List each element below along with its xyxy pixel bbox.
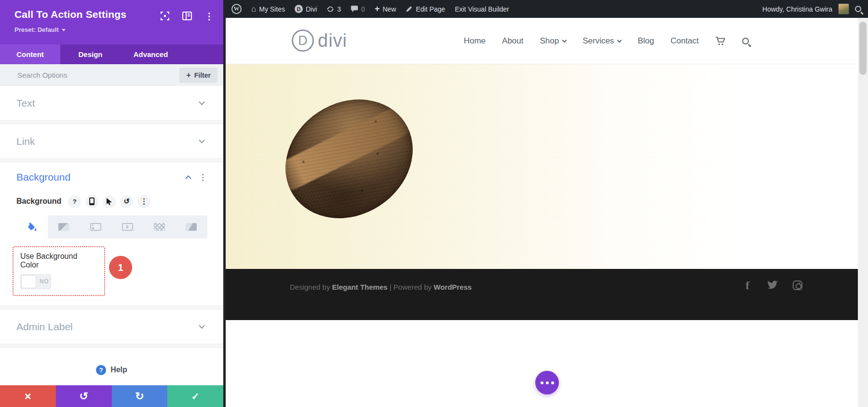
video-icon	[122, 223, 133, 231]
elegant-themes-link[interactable]: Elegant Themes	[332, 283, 388, 291]
accordion-link[interactable]: Link	[0, 124, 223, 158]
help-question-icon[interactable]: ?	[68, 195, 81, 208]
accordion-link-title: Link	[16, 136, 35, 147]
howdy-label: Howdy, Christina Gwira	[762, 5, 832, 13]
site-footer: Designed by Elegant Themes | Powered by …	[226, 269, 868, 320]
nav-blog[interactable]: Blog	[637, 36, 654, 46]
section-gap	[0, 306, 223, 309]
nav-services[interactable]: Services	[583, 36, 621, 46]
cart-icon[interactable]	[715, 36, 726, 46]
panel-header: Call To Action Settings Preset: Default …	[0, 0, 223, 44]
page-scrollbar[interactable]	[858, 18, 868, 407]
account-menu[interactable]: Howdy, Christina Gwira	[762, 5, 832, 13]
redo-icon: ↻	[135, 390, 144, 403]
accordion-text[interactable]: Text	[0, 86, 223, 120]
annotation-dotted-outline: Use Background Color NO	[13, 246, 105, 296]
wordpress-link[interactable]: WordPress	[434, 283, 472, 291]
preset-selector[interactable]: Preset: Default	[14, 26, 66, 33]
paint-bucket-icon	[27, 222, 37, 232]
tab-design[interactable]: Design	[60, 44, 121, 64]
background-options-kebab-icon[interactable]: ⋮	[199, 173, 207, 182]
snap-preview-icon[interactable]	[160, 11, 170, 21]
nav-shop[interactable]: Shop	[540, 36, 566, 46]
twitter-icon[interactable]	[767, 280, 778, 291]
undo-button[interactable]: ↺	[56, 385, 112, 407]
nav-contact[interactable]: Contact	[670, 36, 699, 46]
admin-search-icon[interactable]	[855, 6, 861, 12]
divi-site-menu[interactable]: D Divi	[295, 5, 317, 13]
section-gap	[0, 344, 223, 348]
reset-undo-icon[interactable]: ↺	[120, 195, 133, 208]
use-background-color-toggle[interactable]: NO	[20, 274, 51, 289]
new-content-menu[interactable]: + New	[375, 4, 396, 14]
accordion-background[interactable]: Background ⋮	[0, 162, 223, 192]
house-icon: ⌂	[251, 5, 256, 13]
background-section-title: Background	[16, 171, 186, 183]
my-sites-label: My Sites	[259, 5, 285, 13]
updates-count: 3	[337, 5, 341, 13]
updates-menu[interactable]: 3	[326, 5, 341, 13]
bg-video-tab[interactable]	[112, 215, 144, 239]
my-sites-menu[interactable]: ⌂ My Sites	[251, 5, 285, 13]
image-icon	[90, 223, 101, 231]
edit-page-label: Edit Page	[416, 5, 445, 13]
exit-visual-builder-menu[interactable]: Exit Visual Builder	[455, 5, 509, 13]
scrollbar-thumb[interactable]	[859, 22, 867, 75]
background-field-label: Background	[16, 197, 61, 206]
panel-options-kebab-icon[interactable]: ⋮	[204, 11, 215, 21]
exit-visual-builder-label: Exit Visual Builder	[455, 5, 509, 13]
page-settings-dots-button[interactable]	[535, 371, 559, 394]
site-logo[interactable]: D divi	[292, 29, 347, 52]
plus-icon: +	[186, 71, 190, 80]
filter-button-label: Filter	[194, 71, 211, 79]
footer-credits: Designed by Elegant Themes | Powered by …	[290, 283, 472, 291]
user-avatar[interactable]	[838, 3, 849, 14]
use-background-color-label: Use Background Color	[20, 252, 97, 269]
search-options-input[interactable]	[17, 71, 179, 79]
use-background-color-wrap: Use Background Color NO 1	[13, 246, 105, 296]
divi-visual-builder: Call To Action Settings Preset: Default …	[0, 0, 868, 407]
chevron-down-icon	[199, 99, 205, 105]
edit-page-menu[interactable]: Edit Page	[406, 5, 445, 13]
nav-home[interactable]: Home	[464, 36, 486, 46]
bg-image-tab[interactable]	[80, 215, 111, 239]
search-options-row: + Filter	[0, 64, 223, 86]
panel-layout-icon[interactable]	[182, 11, 192, 21]
field-kebab-icon[interactable]: ⋮	[137, 195, 150, 208]
bg-pattern-tab[interactable]	[144, 215, 176, 239]
preset-caret-icon	[62, 29, 66, 31]
site-search-icon[interactable]	[742, 38, 749, 44]
panel-action-bar: × ↺ ↻ ✓	[0, 385, 223, 407]
wp-logo-menu[interactable]: W	[231, 4, 242, 14]
facebook-icon[interactable]: f	[742, 280, 753, 291]
bg-color-tab[interactable]	[16, 215, 48, 239]
site-nav: Home About Shop Services Blog Contact	[464, 18, 749, 64]
filter-button[interactable]: + Filter	[179, 68, 217, 83]
responsive-phone-icon[interactable]	[85, 195, 98, 208]
site-icon: D	[295, 5, 303, 13]
help-question-circle-icon[interactable]: ?	[96, 365, 106, 375]
discard-button[interactable]: ×	[0, 385, 56, 407]
wordpress-logo-icon: W	[231, 4, 242, 14]
comments-menu[interactable]: 0	[351, 5, 365, 13]
instagram-icon[interactable]	[792, 280, 803, 291]
panel-title: Call To Action Settings	[14, 9, 126, 20]
save-button[interactable]: ✓	[167, 385, 223, 407]
accordion-admin-label[interactable]: Admin Label	[0, 309, 223, 344]
chevron-down-icon	[617, 38, 622, 42]
tab-advanced[interactable]: Advanced	[121, 44, 181, 64]
toggle-value: NO	[40, 278, 49, 285]
nav-about[interactable]: About	[502, 36, 523, 46]
hover-cursor-icon[interactable]	[103, 195, 116, 208]
bg-gradient-tab[interactable]	[48, 215, 80, 239]
tab-content[interactable]: Content	[0, 44, 60, 64]
panel-tabs: Content Design Advanced	[0, 44, 223, 64]
redo-button[interactable]: ↻	[112, 385, 168, 407]
chevron-down-icon	[199, 137, 205, 143]
section-gap	[0, 120, 223, 124]
mask-icon	[186, 223, 197, 231]
section-gap	[0, 158, 223, 162]
bg-mask-tab[interactable]	[176, 215, 207, 239]
site-name-label: Divi	[306, 5, 317, 13]
help-link[interactable]: Help	[110, 365, 127, 374]
